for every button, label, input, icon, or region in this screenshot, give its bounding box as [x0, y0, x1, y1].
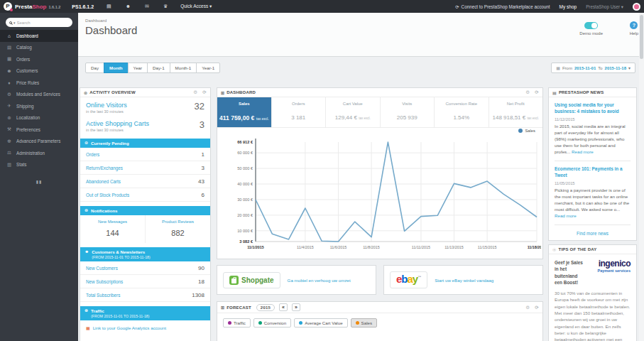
- shopgate-logo[interactable]: Shopgate: [223, 272, 280, 288]
- date-range-picker[interactable]: ▦ From 2015-11-01 To 2015-11-18 ▾: [551, 63, 635, 73]
- gear-icon[interactable]: ⚙: [525, 305, 530, 310]
- kpi-sales[interactable]: Sales411 759,00 € tax excl.: [217, 97, 272, 127]
- sidebar-item-orders[interactable]: ▦Orders: [0, 53, 78, 65]
- news-article-title-link[interactable]: Using social media for your business: 4 …: [555, 102, 631, 115]
- sidebar-item-price-rules[interactable]: ♦Price Rules: [0, 77, 78, 89]
- kpi-value: 205 939: [397, 114, 417, 121]
- forecast-next-button[interactable]: »: [292, 303, 300, 311]
- conversion-dot-icon: [258, 321, 262, 325]
- bell-icon: ⊚: [84, 208, 88, 213]
- svg-text:30 000 €: 30 000 €: [237, 197, 253, 202]
- sales-chart[interactable]: 66 912 €60 000 €50 000 €40 000 €30 000 €…: [220, 134, 541, 256]
- globe-icon: ⊕: [84, 308, 88, 313]
- sidebar-collapse-icon[interactable]: ▮▮: [0, 179, 78, 184]
- pending-row-abandoned-carts[interactable]: Abandoned Carts43: [80, 175, 210, 188]
- read-more-link[interactable]: Read more: [572, 149, 594, 154]
- kpi-cart-value[interactable]: Cart Value129,44 € tax excl.: [326, 97, 381, 127]
- preset-month-1-button[interactable]: Month-1: [170, 63, 197, 73]
- svg-text:10 000 €: 10 000 €: [237, 229, 253, 233]
- refresh-icon[interactable]: ⟳: [202, 90, 207, 95]
- preset-day-1-button[interactable]: Day-1: [147, 63, 170, 73]
- kpi-net-profit[interactable]: Net Profit148 918,51 € tax excl.: [489, 97, 543, 127]
- customers-icon[interactable]: ☻: [126, 4, 131, 9]
- sidebar-item-shipping[interactable]: ✈Shipping: [0, 100, 78, 112]
- search-scope-caret-icon[interactable]: ▾: [13, 21, 16, 25]
- kpi-label: Conversion Rate: [436, 102, 487, 106]
- find-more-news-link[interactable]: Find more news: [555, 231, 631, 236]
- shopgate-bag-icon: [229, 276, 239, 285]
- ingenico-logo[interactable]: ingenico Payment services: [589, 259, 631, 273]
- orders-cart-icon[interactable]: ▤: [107, 4, 111, 9]
- refresh-icon[interactable]: ⟳: [535, 305, 539, 310]
- read-more-link[interactable]: Read more: [555, 213, 577, 218]
- shopgate-promo-link[interactable]: Ga mobiel en verhoog uw omzet: [288, 278, 351, 283]
- active-carts-link[interactable]: Active Shopping Carts: [86, 120, 204, 127]
- marketplace-link[interactable]: ⟳Connect to PrestaShop Marketplace accou…: [455, 4, 550, 9]
- my-shop-link[interactable]: My shop: [560, 4, 577, 9]
- sidebar-item-catalog[interactable]: ▤Catalog: [0, 42, 78, 54]
- preset-day-button[interactable]: Day: [85, 63, 104, 73]
- sidebar-item-customers[interactable]: ☻Customers: [0, 65, 78, 77]
- prestashop-logo-icon[interactable]: P: [4, 2, 12, 11]
- ebay-logo[interactable]: ebay™: [390, 271, 427, 288]
- product-reviews-cell[interactable]: Product Reviews882: [145, 215, 210, 243]
- cart-value-dot-icon: [299, 321, 302, 325]
- kpi-conversion-rate[interactable]: Conversion Rate1.54%: [435, 97, 489, 127]
- new-messages-cell[interactable]: New Messages144: [80, 215, 145, 243]
- demo-mode-toggle[interactable]: [584, 22, 598, 29]
- gear-icon[interactable]: ⚙: [193, 90, 197, 95]
- average-cart-value-metric-button[interactable]: Average Cart Value: [294, 318, 347, 328]
- search-input[interactable]: [17, 21, 61, 25]
- kpi-orders[interactable]: Orders3 181: [272, 97, 327, 127]
- sidebar-item-stats[interactable]: ▥Stats: [0, 159, 78, 171]
- refresh-icon[interactable]: ⟳: [535, 90, 539, 95]
- pending-row-returns[interactable]: Return/Exchanges3: [80, 161, 210, 175]
- help-icon[interactable]: ?: [630, 21, 638, 29]
- sidebar-item-label: Shipping: [16, 104, 34, 109]
- sidebar-item-modules[interactable]: ⚙Modules and Services: [0, 89, 78, 101]
- online-visitors-link[interactable]: Online Visitors: [86, 102, 204, 109]
- activity-panel-title: ACTIVITY OVERVIEW: [89, 90, 136, 94]
- customers-row-new-subscriptions[interactable]: New Subscriptions18: [80, 275, 210, 288]
- brand-wordmark[interactable]: PrestaShop1.6.1.2: [15, 4, 60, 10]
- pending-row-orders[interactable]: Orders1: [80, 148, 210, 161]
- ebay-letter: a: [408, 273, 413, 285]
- scrollbar-track[interactable]: [639, 13, 644, 341]
- sidebar-item-label: Stats: [16, 162, 26, 167]
- prestashop-admin-page: P PrestaShop1.6.1.2 PS1.6.1.2 ▤ ☻ ✉ ♛ Qu…: [0, 0, 644, 341]
- messages-icon[interactable]: ✉: [145, 4, 149, 9]
- pending-row-out-of-stock[interactable]: Out of Stock Products6: [80, 188, 210, 202]
- sidebar-search[interactable]: ▾: [6, 18, 72, 27]
- google-analytics-icon: ▦: [86, 325, 90, 330]
- sync-icon: ⟳: [455, 4, 459, 9]
- sidebar-item-administration[interactable]: ⚖Administration: [0, 147, 78, 159]
- news-article-title-link[interactable]: Ecommerce 101: Payments in a Tweet: [555, 166, 631, 179]
- scrollbar-thumb[interactable]: [640, 15, 643, 59]
- breadcrumb[interactable]: Dashboard: [85, 18, 107, 23]
- row-value: 1308: [192, 292, 204, 298]
- customers-row-total-subscribers[interactable]: Total Subscribers1308: [80, 288, 210, 302]
- forecast-prev-button[interactable]: «: [279, 303, 288, 311]
- preset-month-button[interactable]: Month: [104, 63, 129, 73]
- preset-year-1-button[interactable]: Year-1: [196, 63, 220, 73]
- preset-year-button[interactable]: Year: [128, 63, 148, 73]
- sidebar-item-preferences[interactable]: ⚒Preferences: [0, 124, 78, 136]
- quick-access-menu[interactable]: Quick Access ▾: [180, 4, 212, 9]
- customers-row-new-customers[interactable]: New Customers90: [80, 261, 210, 275]
- metric-label: Average Cart Value: [305, 320, 342, 325]
- row-label: Return/Exchanges: [86, 166, 123, 170]
- sidebar-item-advanced-parameters[interactable]: ☸Advanced Parameters: [0, 136, 78, 148]
- sidebar: ▾ ⌂Dashboard ▤Catalog ▦Orders ☻Customers…: [0, 13, 78, 341]
- conversion-metric-button[interactable]: Conversion: [253, 318, 291, 328]
- sidebar-item-dashboard[interactable]: ⌂Dashboard: [0, 30, 78, 42]
- google-analytics-link[interactable]: ▦ Link to your Google Analytics account: [80, 320, 210, 335]
- sales-metric-button[interactable]: Sales: [351, 318, 377, 328]
- avatar[interactable]: [633, 3, 640, 11]
- kpi-visits[interactable]: Visits205 939: [381, 97, 435, 127]
- gear-icon[interactable]: ⚙: [525, 90, 530, 95]
- user-menu[interactable]: PrestaShop User ▾: [586, 4, 623, 9]
- stats-trophy-icon[interactable]: ♛: [163, 4, 168, 9]
- sidebar-item-localization[interactable]: ⊕Localization: [0, 112, 78, 124]
- ebay-promo-link[interactable]: Start uw eBay winkel vandaag: [435, 278, 493, 283]
- traffic-metric-button[interactable]: Traffic: [223, 318, 251, 328]
